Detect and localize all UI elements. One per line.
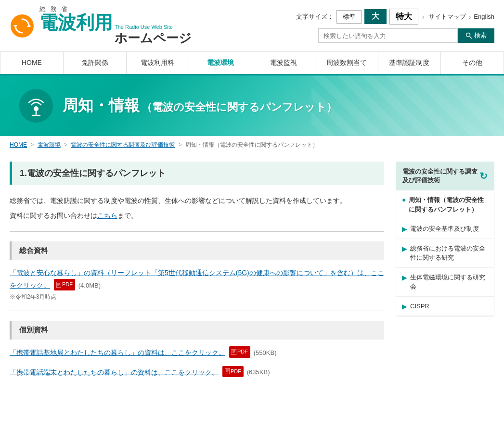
svg-rect-10 bbox=[225, 368, 230, 374]
svg-point-5 bbox=[34, 106, 39, 111]
sidebar-item-bioem[interactable]: ▶ 生体電磁環境に関する研究会 bbox=[396, 268, 494, 297]
nav-monitoring[interactable]: 電波監視 bbox=[252, 52, 315, 74]
nav-home[interactable]: HOME bbox=[0, 52, 64, 74]
sitemap-link[interactable]: サイトマップ bbox=[428, 13, 466, 21]
breadcrumb-env[interactable]: 電波環境 bbox=[38, 141, 61, 148]
subsection-1-heading: 総合資料 bbox=[10, 241, 384, 260]
sidebar-arrow-5: ▶ bbox=[402, 302, 407, 310]
sidebar-arrow-3: ▶ bbox=[402, 245, 407, 252]
body-text-1: 総務省では、電波防護に関する制度や電波の性質、生体への影響などについて解説した資… bbox=[10, 194, 384, 207]
nav-certification[interactable]: 基準認証制度 bbox=[378, 52, 441, 74]
breadcrumb-safety[interactable]: 電波の安全性に関する調査及び評価技術 bbox=[71, 141, 175, 148]
sidebar-dot-1: ● bbox=[402, 196, 406, 203]
item-1-note: ※令和2年3月時点 bbox=[10, 293, 384, 301]
english-link[interactable]: English bbox=[474, 13, 494, 20]
nav-environment[interactable]: 電波環境 bbox=[189, 52, 252, 76]
main-layout: 1.電波の安全性に関するパンフレット 総務省では、電波防護に関する制度や電波の性… bbox=[0, 154, 504, 393]
sidebar-refresh-icon[interactable]: ↻ bbox=[479, 170, 488, 182]
svg-point-0 bbox=[11, 14, 34, 38]
search-input[interactable] bbox=[318, 28, 458, 43]
breadcrumb: HOME > 電波環境 > 電波の安全性に関する調査及び評価技術 > 周知・情報… bbox=[0, 136, 504, 154]
item-3-block: 「携帯電話端末とわたしたちの暮らし」の資料は、ここをクリック。 PDF (635… bbox=[10, 366, 384, 378]
item-3-size: (635KB) bbox=[247, 368, 270, 376]
sidebar-link-3[interactable]: 総務省における電波の安全性に関する研究 bbox=[410, 244, 488, 263]
item-2-pdf-badge: PDF bbox=[229, 346, 250, 358]
sidebar-link-1[interactable]: 周知・情報（電波の安全性に関するパンフレット） bbox=[409, 195, 488, 214]
divider-1 bbox=[10, 231, 384, 232]
item-1-block: 「電波と安心な暮らし」の資料（リーフレット「第5世代移動通信システム(5G)の健… bbox=[10, 267, 384, 301]
main-nav: HOME 免許関係 電波利用料 電波環境 電波監視 周波数割当て 基準認証制度 … bbox=[0, 52, 504, 76]
sidebar-link-2[interactable]: 電波の安全基準及び制度 bbox=[410, 224, 479, 234]
nav-license[interactable]: 免許関係 bbox=[64, 52, 127, 74]
sidebar-arrow-2: ▶ bbox=[402, 225, 407, 233]
sidebar-arrow-4: ▶ bbox=[402, 274, 407, 281]
contact-link[interactable]: こちら bbox=[97, 212, 117, 219]
item-1-pdf-badge: PDF bbox=[54, 279, 75, 290]
banner-title: 周知・情報 bbox=[63, 97, 140, 114]
section-heading: 1.電波の安全性に関するパンフレット bbox=[10, 162, 384, 185]
nav-frequency[interactable]: 周波数割当て bbox=[315, 52, 378, 74]
sidebar-link-4[interactable]: 生体電磁環境に関する研究会 bbox=[410, 273, 488, 291]
breadcrumb-current: 周知・情報（電波の安全性に関するパンフレット） bbox=[185, 141, 318, 148]
logo-icon bbox=[10, 13, 35, 38]
banner-title-area: 周知・情報 （電波の安全性に関するパンフレット） bbox=[63, 95, 337, 116]
sidebar-header: 電波の安全性に関する調査及び評価技術 ↻ bbox=[396, 162, 494, 190]
font-large-button[interactable]: 大 bbox=[364, 9, 387, 24]
logo-right: ホームページ bbox=[115, 30, 192, 47]
svg-line-4 bbox=[470, 37, 472, 38]
sidebar-menu: ● 周知・情報（電波の安全性に関するパンフレット） ▶ 電波の安全基準及び制度 … bbox=[396, 190, 494, 316]
search-button[interactable]: 検索 bbox=[458, 28, 494, 43]
sidebar: 電波の安全性に関する調査及び評価技術 ↻ ● 周知・情報（電波の安全性に関するパ… bbox=[396, 162, 494, 385]
sidebar-item-research[interactable]: ▶ 総務省における電波の安全性に関する研究 bbox=[396, 239, 494, 268]
nav-other[interactable]: その他 bbox=[441, 52, 504, 74]
main-content: 1.電波の安全性に関するパンフレット 総務省では、電波防護に関する制度や電波の性… bbox=[10, 162, 384, 385]
sidebar-link-5[interactable]: CISPR bbox=[410, 302, 429, 311]
font-size-label: 文字サイズ： bbox=[296, 13, 334, 21]
subsection-2-heading: 個別資料 bbox=[10, 321, 384, 340]
divider-2 bbox=[10, 311, 384, 311]
item-1-size: (4.0MB) bbox=[78, 282, 101, 289]
item-2-link[interactable]: 「携帯電話基地局とわたしたちの暮らし」の資料は、ここをクリック。 bbox=[10, 349, 225, 356]
svg-rect-8 bbox=[56, 282, 61, 288]
sidebar-item-cispr[interactable]: ▶ CISPR bbox=[396, 297, 494, 316]
search-btn-label: 検索 bbox=[474, 31, 487, 40]
font-normal-button[interactable]: 標準 bbox=[336, 10, 362, 24]
item-2-block: 「携帯電話基地局とわたしたちの暮らし」の資料は、ここをクリック。 PDF (55… bbox=[10, 346, 384, 359]
item-2-size: (550KB) bbox=[254, 349, 277, 356]
body-text-2: 資料に関するお問い合わせはこちらまで。 bbox=[10, 209, 384, 222]
banner: 周知・情報 （電波の安全性に関するパンフレット） bbox=[0, 76, 504, 136]
font-xlarge-button[interactable]: 特大 bbox=[389, 9, 418, 25]
breadcrumb-home[interactable]: HOME bbox=[10, 141, 27, 148]
item-3-pdf-badge: PDF bbox=[222, 366, 244, 378]
banner-subtitle: （電波の安全性に関するパンフレット） bbox=[142, 101, 337, 113]
nav-usage-fee[interactable]: 電波利用料 bbox=[127, 52, 190, 74]
banner-icon bbox=[19, 89, 53, 123]
sidebar-item-safety-standard[interactable]: ▶ 電波の安全基準及び制度 bbox=[396, 219, 494, 239]
svg-rect-9 bbox=[232, 349, 236, 355]
logo-area: 総 務 省 電波利用 The Radio Use Web Site ホームページ bbox=[10, 5, 296, 47]
logo-sub: The Radio Use Web Site bbox=[115, 24, 192, 30]
item-3-link[interactable]: 「携帯電話端末とわたしたちの暮らし」の資料は、ここをクリック。 bbox=[10, 368, 219, 376]
sidebar-item-pamphlet[interactable]: ● 周知・情報（電波の安全性に関するパンフレット） bbox=[396, 190, 494, 219]
svg-point-3 bbox=[466, 33, 470, 37]
logo-main-denpa: 電波利用 bbox=[39, 13, 113, 32]
